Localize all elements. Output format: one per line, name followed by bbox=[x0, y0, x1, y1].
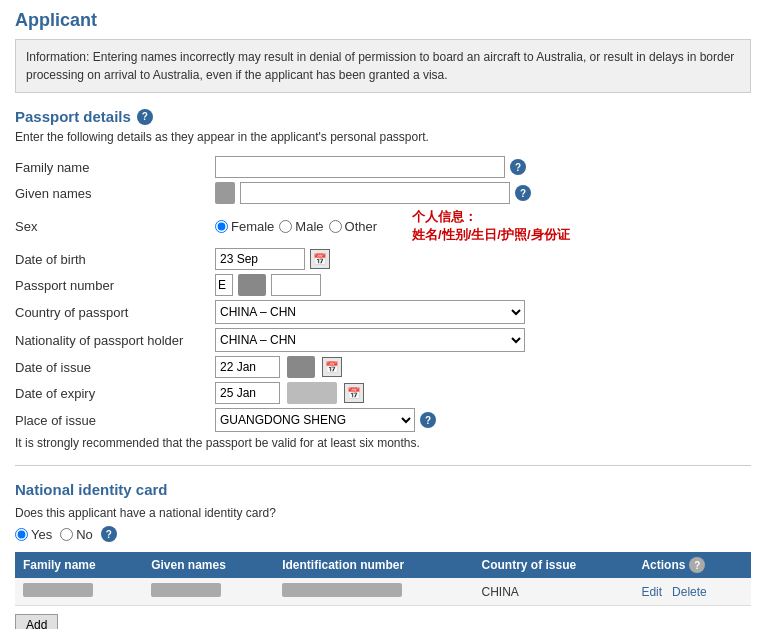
country-of-passport-label: Country of passport bbox=[15, 305, 215, 320]
page-title: Applicant bbox=[15, 10, 751, 31]
country-of-passport-select[interactable]: CHINA – CHN bbox=[215, 300, 525, 324]
date-of-issue-label: Date of issue bbox=[15, 360, 215, 375]
given-names-row: Given names ? bbox=[15, 182, 751, 204]
section-divider bbox=[15, 465, 751, 466]
sex-male-radio[interactable] bbox=[279, 220, 292, 233]
place-of-issue-field-group: GUANGDONG SHENG ? bbox=[215, 408, 436, 432]
place-of-issue-help-icon[interactable]: ? bbox=[420, 412, 436, 428]
family-name-field-group: ? bbox=[215, 156, 526, 178]
national-id-section-title: National identity card bbox=[15, 481, 751, 498]
national-id-table: Family name Given names Identification n… bbox=[15, 552, 751, 606]
given-names-help-icon[interactable]: ? bbox=[515, 185, 531, 201]
national-id-help-icon[interactable]: ? bbox=[101, 526, 117, 542]
place-of-issue-select[interactable]: GUANGDONG SHENG bbox=[215, 408, 415, 432]
sex-male-label[interactable]: Male bbox=[279, 219, 323, 234]
national-id-no-label[interactable]: No bbox=[60, 527, 93, 542]
passport-section-title: Passport details ? bbox=[15, 108, 751, 125]
table-cell-country: CHINA bbox=[474, 578, 634, 606]
passport-suffix-input[interactable] bbox=[271, 274, 321, 296]
family-name-input[interactable] bbox=[215, 156, 505, 178]
date-of-expiry-field-group: 📅 bbox=[215, 382, 364, 404]
id-number-blurred bbox=[282, 583, 402, 597]
given-names-blurred bbox=[151, 583, 221, 597]
date-of-birth-calendar-icon[interactable]: 📅 bbox=[310, 249, 330, 269]
passport-description: Enter the following details as they appe… bbox=[15, 130, 751, 144]
col-actions: Actions ? bbox=[633, 552, 751, 578]
passport-help-icon[interactable]: ? bbox=[137, 109, 153, 125]
country-of-passport-field-group: CHINA – CHN bbox=[215, 300, 525, 324]
date-of-issue-field-group: 📅 bbox=[215, 356, 342, 378]
sex-row: Sex Female Male Other 个人信息：姓名/性别/生日/护照/身… bbox=[15, 208, 751, 244]
table-cell-given-names bbox=[143, 578, 274, 606]
annotation-text: 个人信息：姓名/性别/生日/护照/身份证 bbox=[412, 208, 569, 244]
date-of-expiry-row: Date of expiry 📅 bbox=[15, 382, 751, 404]
national-id-question: Does this applicant have a national iden… bbox=[15, 506, 751, 520]
nationality-row: Nationality of passport holder CHINA – C… bbox=[15, 328, 751, 352]
place-of-issue-label: Place of issue bbox=[15, 413, 215, 428]
date-of-birth-input[interactable] bbox=[215, 248, 305, 270]
passport-note: It is strongly recommended that the pass… bbox=[15, 436, 751, 450]
passport-prefix-input[interactable] bbox=[215, 274, 233, 296]
sex-label: Sex bbox=[15, 219, 215, 234]
given-names-label: Given names bbox=[15, 186, 215, 201]
date-of-issue-input[interactable] bbox=[215, 356, 280, 378]
date-of-issue-calendar-icon[interactable]: 📅 bbox=[322, 357, 342, 377]
nationality-field-group: CHINA – CHN bbox=[215, 328, 525, 352]
edit-link[interactable]: Edit bbox=[641, 585, 662, 599]
table-header-row: Family name Given names Identification n… bbox=[15, 552, 751, 578]
sex-other-label[interactable]: Other bbox=[329, 219, 378, 234]
delete-link[interactable]: Delete bbox=[672, 585, 707, 599]
col-given-names: Given names bbox=[143, 552, 274, 578]
sex-radio-group: Female Male Other 个人信息：姓名/性别/生日/护照/身份证 bbox=[215, 208, 570, 244]
family-name-blurred bbox=[23, 583, 93, 597]
date-of-expiry-label: Date of expiry bbox=[15, 386, 215, 401]
add-button[interactable]: Add bbox=[15, 614, 58, 629]
national-id-yes-label[interactable]: Yes bbox=[15, 527, 52, 542]
national-id-no-radio[interactable] bbox=[60, 528, 73, 541]
family-name-help-icon[interactable]: ? bbox=[510, 159, 526, 175]
table-row: CHINA Edit Delete bbox=[15, 578, 751, 606]
national-id-radio-group: Yes No ? bbox=[15, 526, 751, 542]
sex-female-radio[interactable] bbox=[215, 220, 228, 233]
col-family-name: Family name bbox=[15, 552, 143, 578]
info-box: Information: Entering names incorrectly … bbox=[15, 39, 751, 93]
date-of-issue-row: Date of issue 📅 bbox=[15, 356, 751, 378]
date-of-expiry-calendar-icon[interactable]: 📅 bbox=[344, 383, 364, 403]
sex-female-label[interactable]: Female bbox=[215, 219, 274, 234]
passport-number-row: Passport number bbox=[15, 274, 751, 296]
given-names-input[interactable] bbox=[240, 182, 510, 204]
nationality-label: Nationality of passport holder bbox=[15, 333, 215, 348]
actions-help-icon[interactable]: ? bbox=[689, 557, 705, 573]
table-cell-family-name bbox=[15, 578, 143, 606]
country-of-passport-row: Country of passport CHINA – CHN bbox=[15, 300, 751, 324]
date-of-expiry-input[interactable] bbox=[215, 382, 280, 404]
passport-number-label: Passport number bbox=[15, 278, 215, 293]
nationality-select[interactable]: CHINA – CHN bbox=[215, 328, 525, 352]
col-country-of-issue: Country of issue bbox=[474, 552, 634, 578]
date-of-birth-row: Date of birth 📅 bbox=[15, 248, 751, 270]
date-of-birth-field-group: 📅 bbox=[215, 248, 330, 270]
table-cell-actions: Edit Delete bbox=[633, 578, 751, 606]
family-name-label: Family name bbox=[15, 160, 215, 175]
sex-other-radio[interactable] bbox=[329, 220, 342, 233]
date-of-birth-label: Date of birth bbox=[15, 252, 215, 267]
col-id-number: Identification number bbox=[274, 552, 473, 578]
passport-number-field-group bbox=[215, 274, 321, 296]
place-of-issue-row: Place of issue GUANGDONG SHENG ? bbox=[15, 408, 751, 432]
table-cell-id-number bbox=[274, 578, 473, 606]
family-name-row: Family name ? bbox=[15, 156, 751, 178]
national-id-yes-radio[interactable] bbox=[15, 528, 28, 541]
given-names-field-group: ? bbox=[215, 182, 531, 204]
